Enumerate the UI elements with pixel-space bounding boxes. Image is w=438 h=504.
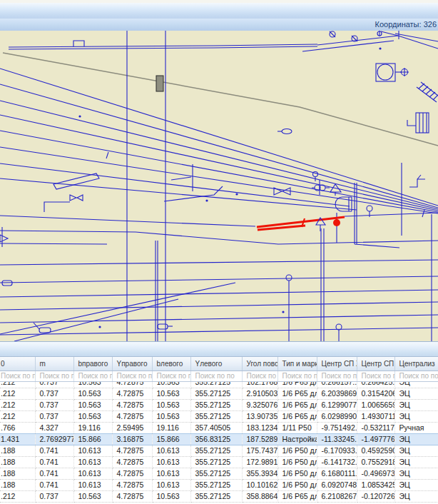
table-cell: 4.72875 [112, 457, 152, 468]
table-row[interactable]: .1880.74110.6134.7287510.613355.27125175… [0, 445, 438, 457]
table-cell: 10.613 [152, 468, 190, 480]
column-header-0[interactable]: 0 [0, 357, 35, 371]
filter-input[interactable]: Поиск по по [0, 371, 35, 382]
filter-input[interactable]: Поиск по по [277, 371, 317, 382]
selected-turnout-highlight[interactable] [257, 217, 345, 230]
table-cell: 10.563 [152, 411, 190, 423]
table-cell: 0.741 [35, 468, 73, 480]
table-cell: 6.1299077... [317, 400, 357, 411]
table-cell: 10.613 [73, 445, 112, 457]
table-cell: .188 [0, 445, 35, 457]
table-cell: 0.737 [35, 411, 73, 423]
table-row[interactable]: .2120.73710.5634.7287510.563355.271259.3… [0, 400, 438, 411]
table-cell: 0.266425... [357, 382, 394, 388]
table-cell: ЭЦ [394, 400, 438, 411]
platform-symbol [156, 76, 163, 91]
table-cell: 1.0065659... [357, 400, 394, 411]
table-cell: 10.613 [152, 480, 190, 491]
table-row[interactable]: 1.4312.7692977...15.8663.1687515.866356.… [0, 434, 438, 445]
table-cell: 1/11 Р50 [277, 423, 317, 434]
filter-input[interactable]: Поиск по по [357, 371, 394, 382]
column-header-5[interactable]: Yлевого [190, 357, 242, 371]
table-cell: 15.866 [73, 434, 112, 445]
column-header-9[interactable]: Центр СП Y [357, 357, 394, 371]
filter-input[interactable]: Поиск по по [73, 371, 112, 382]
table-cell: 4.72875 [112, 491, 152, 503]
table-cell: 172.98913... [242, 457, 277, 468]
table-cell: 3.16875 [112, 434, 152, 445]
table-cell: 6.2039869... [317, 388, 357, 400]
table-cell: 1.431 [0, 434, 35, 445]
table-cell: 2.59495 [112, 423, 152, 434]
table-cell: -11.33245... [317, 434, 357, 445]
table-cell: 355.27125 [190, 457, 242, 468]
filter-input[interactable]: Поиск по по [394, 371, 438, 382]
table-row[interactable]: .1880.74110.6134.7287510.613355.2712510.… [0, 480, 438, 491]
table-cell: 4.327 [35, 423, 73, 434]
table-cell: -6.170933... [317, 445, 357, 457]
table-row[interactable]: .7664.32719.1162.5949519.116357.40505183… [0, 423, 438, 434]
table-cell: 10.563 [152, 491, 190, 503]
table-cell: 355.27125 [190, 491, 242, 503]
table-cell: 355.27125 [190, 388, 242, 400]
filter-input[interactable]: Поиск по по [190, 371, 242, 382]
column-header-8[interactable]: Центр СП X [317, 357, 357, 371]
table-row[interactable]: .2120.73710.5634.7287510.563355.2712513.… [0, 411, 438, 423]
table-cell: -0.532117... [357, 423, 394, 434]
table-cell: 19.116 [73, 423, 112, 434]
table-cell: .188 [0, 480, 35, 491]
table-cell: 183.12340... [242, 423, 277, 434]
table-cell: .212 [0, 400, 35, 411]
splitter[interactable] [0, 341, 438, 357]
table-cell: 6.1680111... [317, 468, 357, 480]
table-row[interactable]: .2120.73710.5634.7287510.563355.271252.9… [0, 388, 438, 400]
table-cell: ЭЦ [394, 445, 438, 457]
table-cell: ЭЦ [394, 434, 438, 445]
table-cell: 10.563 [152, 382, 190, 388]
table-cell: 10.613 [73, 480, 112, 491]
table-row[interactable]: .2120.73710.5634.7287510.563355.27125358… [0, 491, 438, 503]
column-header-3[interactable]: Yправого [112, 357, 152, 371]
table-cell: 0.266157... [317, 382, 357, 388]
table-cell: 10.563 [152, 388, 190, 400]
table-cell: 355.27125 [190, 400, 242, 411]
table-cell: -1.497776... [357, 434, 394, 445]
table-cell: 10.101628... [242, 480, 277, 491]
column-header-4[interactable]: bлевого [152, 357, 190, 371]
table-cell: 13.907359... [242, 411, 277, 423]
table-cell: 0.737 [35, 400, 73, 411]
table-cell: 4.72875 [112, 445, 152, 457]
filter-input[interactable]: Поиск по по [112, 371, 152, 382]
table-cell: 4.72875 [112, 382, 152, 388]
table-cell: 2.9105030... [242, 388, 277, 400]
column-header-10[interactable]: Централиз [394, 357, 438, 371]
filter-row: Поиск по поПоиск по поПоиск по поПоиск п… [0, 371, 438, 382]
table-cell: -6.141732... [317, 457, 357, 468]
column-header-1[interactable]: m [35, 357, 73, 371]
table-cell: 4.72875 [112, 400, 152, 411]
table-row[interactable]: .1880.74110.6134.7287510.613355.27125355… [0, 468, 438, 480]
scheme-canvas[interactable] [0, 31, 438, 341]
table-cell: 10.613 [73, 457, 112, 468]
table-cell: ЭЦ [394, 468, 438, 480]
table-cell: 0.3154206... [357, 388, 394, 400]
table-cell: 1/6 Р65 дл... [277, 388, 317, 400]
table-row[interactable]: .2120.73710.5634.7287510.563355.27125102… [0, 382, 438, 388]
table-cell: Ручная [394, 423, 438, 434]
filter-input[interactable]: Поиск по по [242, 371, 277, 382]
table-cell: 355.27125 [190, 411, 242, 423]
table-cell: 10.563 [73, 388, 112, 400]
column-header-6[interactable]: Угол поворот [242, 357, 277, 371]
column-header-2[interactable]: bправого [73, 357, 112, 371]
column-header-7[interactable]: Тип и марка [277, 357, 317, 371]
table-cell: 6.0920748... [317, 480, 357, 491]
filter-input[interactable]: Поиск по по [317, 371, 357, 382]
table-cell: 0.737 [35, 388, 73, 400]
table-cell: 10.563 [73, 382, 112, 388]
table-row[interactable]: .1880.74110.6134.7287510.613355.27125172… [0, 457, 438, 468]
table-cell: 15.866 [152, 434, 190, 445]
filter-input[interactable]: Поиск по по [152, 371, 190, 382]
table-cell: -0.496973... [357, 468, 394, 480]
filter-input[interactable]: Поиск по по [35, 371, 73, 382]
table-cell: 357.40505 [190, 423, 242, 434]
